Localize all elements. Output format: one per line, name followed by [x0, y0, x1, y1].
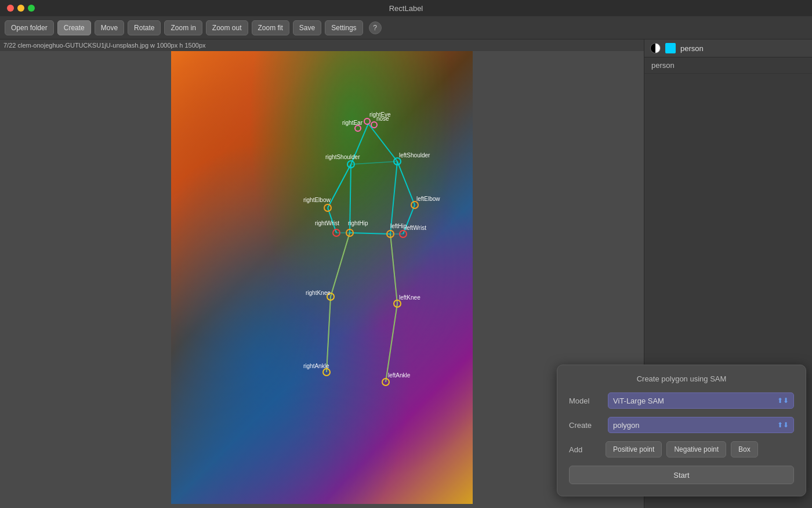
- svg-text:nose: nose: [376, 116, 389, 122]
- svg-text:leftElbow: leftElbow: [416, 196, 440, 202]
- create-select[interactable]: polygon ⬆⬇: [608, 417, 794, 433]
- svg-line-2: [368, 124, 397, 161]
- zoom-out-button[interactable]: Zoom out: [206, 20, 248, 35]
- minimize-button[interactable]: [17, 5, 24, 12]
- svg-point-18: [347, 161, 354, 168]
- svg-point-27: [382, 379, 389, 385]
- skeleton-overlay: rightEye nose rightEar leftShoulder righ…: [171, 51, 473, 504]
- svg-text:rightEar: rightEar: [342, 120, 363, 126]
- svg-point-24: [346, 229, 353, 236]
- svg-point-23: [387, 230, 394, 237]
- svg-point-16: [355, 125, 361, 131]
- label-color-swatch: [665, 43, 676, 53]
- zoom-fit-button[interactable]: Zoom fit: [252, 20, 289, 35]
- svg-point-22: [333, 229, 340, 236]
- svg-line-12: [327, 297, 331, 372]
- settings-button[interactable]: Settings: [325, 20, 362, 35]
- svg-line-9: [350, 233, 390, 234]
- svg-point-14: [364, 118, 370, 124]
- positive-point-button[interactable]: Positive point: [606, 441, 662, 457]
- svg-rect-0: [171, 51, 473, 504]
- image-container[interactable]: rightEye nose rightEar leftShoulder righ…: [0, 51, 644, 508]
- svg-text:rightAnkle: rightAnkle: [303, 363, 329, 369]
- svg-line-7: [350, 164, 351, 233]
- svg-point-25: [394, 300, 401, 307]
- svg-line-1: [351, 124, 368, 164]
- image-area: 7/22 clem-onojeghuo-GUTUCKSU1jU-unsplash…: [0, 39, 644, 508]
- svg-text:rightWrist: rightWrist: [315, 220, 339, 226]
- model-label: Model: [569, 397, 601, 405]
- label-header-text: person: [680, 44, 704, 53]
- image-filename: 7/22 clem-onojeghuo-GUTUCKSU1jU-unsplash…: [0, 39, 644, 51]
- svg-text:rightEye: rightEye: [369, 111, 391, 118]
- open-folder-button[interactable]: Open folder: [5, 20, 54, 35]
- close-button[interactable]: [7, 5, 14, 12]
- model-row: Model ViT-Large SAM ⬆⬇: [569, 392, 794, 409]
- svg-point-28: [323, 369, 330, 376]
- svg-line-6: [403, 205, 415, 234]
- svg-text:leftKnee: leftKnee: [399, 294, 420, 301]
- svg-line-11: [390, 234, 397, 304]
- label-item[interactable]: person: [644, 57, 812, 74]
- create-label: Create: [569, 421, 601, 430]
- svg-text:leftShoulder: leftShoulder: [399, 152, 430, 158]
- svg-point-17: [394, 158, 401, 165]
- create-button[interactable]: Create: [57, 20, 91, 35]
- zoom-in-button[interactable]: Zoom in: [164, 20, 202, 35]
- svg-point-20: [324, 204, 331, 211]
- rotate-button[interactable]: Rotate: [128, 20, 161, 35]
- canvas-image[interactable]: rightEye nose rightEar leftShoulder righ…: [171, 51, 473, 504]
- svg-text:leftWrist: leftWrist: [405, 225, 426, 231]
- svg-line-13: [386, 304, 397, 382]
- app-title: RectLabel: [389, 4, 423, 13]
- title-bar: RectLabel: [0, 0, 812, 16]
- model-select-arrow: ⬆⬇: [777, 397, 789, 405]
- svg-line-10: [331, 233, 350, 297]
- sam-panel-title: Create polygon using SAM: [569, 374, 794, 383]
- save-button[interactable]: Save: [293, 20, 321, 35]
- create-select-arrow: ⬆⬇: [777, 421, 789, 429]
- svg-point-19: [411, 201, 418, 208]
- svg-point-15: [371, 122, 377, 128]
- svg-line-8: [390, 161, 397, 234]
- maximize-button[interactable]: [28, 5, 35, 12]
- toolbar: Open folder Create Move Rotate Zoom in Z…: [0, 16, 812, 39]
- svg-line-3: [328, 164, 351, 208]
- box-button[interactable]: Box: [731, 441, 758, 457]
- negative-point-button[interactable]: Negative point: [666, 441, 726, 457]
- svg-point-26: [327, 293, 334, 300]
- add-row: Add Positive point Negative point Box: [569, 441, 794, 457]
- start-button[interactable]: Start: [569, 466, 794, 484]
- label-header: person: [644, 39, 812, 57]
- add-label: Add: [569, 445, 601, 454]
- svg-point-21: [400, 230, 407, 237]
- help-button[interactable]: ?: [369, 21, 382, 34]
- contrast-icon: [650, 43, 661, 53]
- model-select[interactable]: ViT-Large SAM ⬆⬇: [608, 392, 794, 409]
- svg-line-5: [328, 208, 336, 233]
- sam-panel: Create polygon using SAM Model ViT-Large…: [557, 365, 806, 496]
- svg-line-4: [397, 161, 415, 205]
- svg-text:leftHip: leftHip: [390, 223, 407, 229]
- svg-text:leftAnkle: leftAnkle: [388, 372, 411, 379]
- svg-text:rightElbow: rightElbow: [303, 197, 331, 203]
- window-controls[interactable]: [7, 5, 35, 12]
- svg-text:rightShoulder: rightShoulder: [325, 154, 360, 160]
- move-button[interactable]: Move: [95, 20, 124, 35]
- svg-text:rightHip: rightHip: [348, 220, 368, 226]
- svg-text:rightKnee: rightKnee: [306, 290, 331, 296]
- create-row: Create polygon ⬆⬇: [569, 417, 794, 433]
